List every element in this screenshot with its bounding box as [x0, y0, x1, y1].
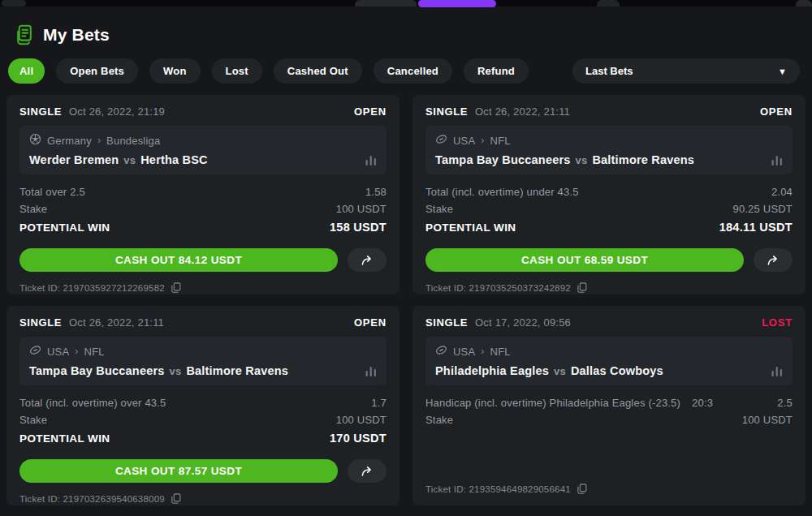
event-info[interactable]: USA › NFL Tampa Bay Buccaneers vs Baltim…	[425, 126, 793, 174]
home-team: Tampa Bay Buccaneers	[435, 153, 571, 166]
card-header: SINGLE Oct 26, 2022, 21:11 OPEN	[425, 105, 793, 118]
stake-value: 100 USDT	[336, 200, 387, 217]
breadcrumb-separator: ›	[481, 135, 484, 146]
event-region: USA	[47, 346, 69, 358]
filter-lost[interactable]: Lost	[212, 58, 262, 84]
event-league-name: Bundesliga	[106, 135, 160, 147]
potential-win-label: POTENTIAL WIN	[425, 218, 516, 238]
potential-win-value: 170 USDT	[330, 428, 387, 448]
spacer	[425, 428, 793, 484]
potential-win-value: 158 USDT	[330, 217, 387, 237]
event-match-row: Tampa Bay Buccaneers vs Baltimore Ravens	[435, 153, 783, 166]
cash-out-button[interactable]: CASH OUT 84.12 USDT	[19, 248, 338, 272]
bet-card: SINGLE Oct 26, 2022, 21:19 OPEN Germany …	[6, 95, 400, 295]
vs-label: vs	[123, 154, 136, 166]
stake-value: 100 USDT	[336, 411, 387, 428]
top-nav-item	[2, 0, 26, 6]
ticket-id: Ticket ID: 2197035927212269582	[19, 283, 165, 293]
event-league-name: NFL	[84, 346, 105, 358]
my-bets-icon	[15, 24, 34, 45]
bet-details: Total over 2.5 1.58 Stake 100 USDT POTEN…	[19, 183, 387, 238]
market-row: Total (incl. overtime) under 43.5 2.04	[425, 183, 793, 200]
status-badge: OPEN	[760, 105, 793, 118]
potential-win-row: POTENTIAL WIN 158 USDT	[19, 217, 387, 238]
event-info[interactable]: Germany › Bundesliga Werder Bremen vs He…	[19, 126, 387, 174]
soccer-icon	[29, 133, 41, 148]
event-league-row: USA › NFL	[29, 344, 377, 359]
sort-dropdown[interactable]: Last Bets ▼	[572, 58, 800, 84]
top-nav-active-indicator	[418, 0, 496, 7]
card-header: SINGLE Oct 17, 2022, 09:56 LOST	[425, 316, 793, 329]
bet-type: SINGLE	[19, 316, 62, 329]
share-button[interactable]	[754, 248, 793, 272]
share-arrow-icon	[361, 255, 374, 266]
filter-refund[interactable]: Refund	[464, 58, 529, 84]
cash-out-button[interactable]: CASH OUT 87.57 USDT	[19, 459, 338, 483]
copy-icon[interactable]	[171, 493, 181, 504]
vs-label: vs	[554, 365, 566, 377]
potential-win-label: POTENTIAL WIN	[19, 218, 110, 238]
bet-date: Oct 17, 2022, 09:56	[475, 316, 571, 329]
vs-label: vs	[170, 365, 182, 377]
american-football-icon	[435, 344, 447, 359]
event-league-name: NFL	[490, 346, 511, 358]
share-arrow-icon	[767, 255, 780, 266]
stats-icon[interactable]	[771, 155, 783, 166]
stake-row: Stake 100 USDT	[19, 200, 387, 217]
away-team: Baltimore Ravens	[186, 364, 288, 377]
bet-date: Oct 26, 2022, 21:11	[475, 105, 570, 118]
filter-won[interactable]: Won	[149, 58, 201, 84]
home-team: Werder Bremen	[29, 153, 119, 166]
american-football-icon	[29, 344, 41, 359]
ticket-id: Ticket ID: 2197035250373242892	[425, 283, 571, 293]
event-info[interactable]: USA › NFL Tampa Bay Buccaneers vs Baltim…	[19, 337, 387, 385]
event-region: USA	[453, 346, 475, 358]
potential-win-row: POTENTIAL WIN 170 USDT	[19, 428, 387, 449]
top-nav-item	[355, 0, 417, 6]
stake-label: Stake	[425, 200, 453, 217]
home-team: Tampa Bay Buccaneers	[29, 364, 165, 377]
top-nav-strip	[0, 0, 812, 6]
ticket-id: Ticket ID: 2197032639540638009	[19, 494, 165, 504]
market-label: Handicap (incl. overtime) Philadelphia E…	[425, 394, 680, 411]
card-header: SINGLE Oct 26, 2022, 21:19 OPEN	[19, 105, 387, 118]
share-button[interactable]	[348, 459, 387, 483]
market-label: Total over 2.5	[19, 183, 85, 200]
bet-details: Handicap (incl. overtime) Philadelphia E…	[425, 394, 793, 428]
home-team: Philadelphia Eagles	[435, 364, 549, 377]
copy-icon[interactable]	[577, 282, 587, 293]
filter-cancelled[interactable]: Cancelled	[374, 58, 452, 84]
status-badge: LOST	[762, 316, 793, 329]
filter-all[interactable]: All	[8, 58, 45, 84]
stake-label: Stake	[19, 411, 47, 428]
filter-open-bets[interactable]: Open Bets	[56, 58, 138, 84]
match-score: 20:3	[692, 394, 713, 411]
filter-row: All Open Bets Won Lost Cashed Out Cancel…	[0, 58, 812, 84]
stats-icon[interactable]	[771, 366, 783, 376]
odds-value: 1.58	[365, 183, 387, 200]
cash-out-button[interactable]: CASH OUT 68.59 USDT	[425, 248, 744, 272]
ticket-row: Ticket ID: 2197035250373242892	[425, 282, 793, 293]
event-region: Germany	[47, 135, 92, 147]
copy-icon[interactable]	[577, 484, 587, 494]
bet-type: SINGLE	[425, 316, 468, 329]
card-actions: CASH OUT 84.12 USDT	[19, 248, 387, 272]
stake-row: Stake 100 USDT	[19, 411, 387, 428]
bet-date: Oct 26, 2022, 21:19	[69, 105, 165, 118]
status-badge: OPEN	[354, 105, 387, 118]
stats-icon[interactable]	[365, 366, 377, 376]
bet-details: Total (incl. overtime) under 43.5 2.04 S…	[425, 183, 793, 238]
share-button[interactable]	[348, 248, 387, 272]
filter-cashed-out[interactable]: Cashed Out	[274, 58, 362, 84]
event-info[interactable]: USA › NFL Philadelphia Eagles vs Dallas …	[425, 337, 793, 385]
copy-icon[interactable]	[171, 282, 181, 293]
event-league-row: USA › NFL	[435, 344, 783, 359]
breadcrumb-separator: ›	[481, 346, 484, 357]
potential-win-label: POTENTIAL WIN	[19, 429, 110, 449]
vs-label: vs	[576, 154, 588, 166]
american-football-icon	[435, 133, 447, 148]
stats-icon[interactable]	[365, 155, 377, 166]
odds-value: 2.5	[777, 394, 793, 411]
ticket-row: Ticket ID: 2197032639540638009	[19, 493, 387, 504]
market-row: Total (incl. overtime) over 43.5 1.7	[19, 394, 387, 411]
